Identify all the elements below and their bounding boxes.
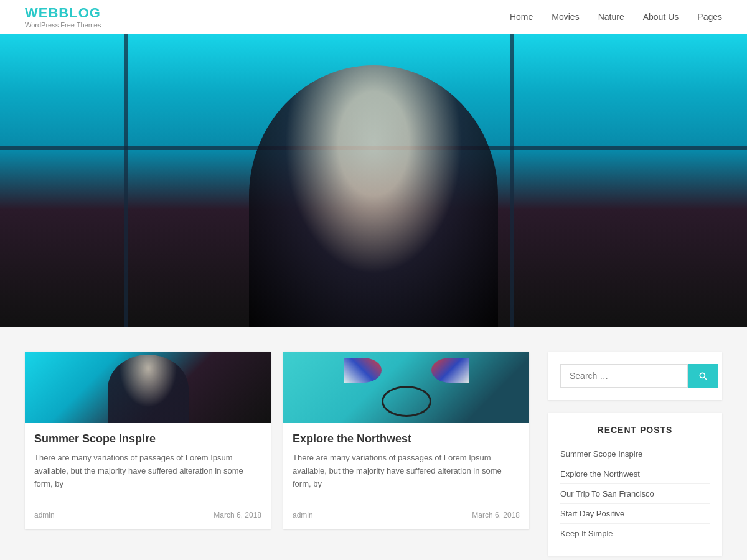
recent-post-link-0[interactable]: Summer Scope Inspire — [560, 449, 642, 459]
search-widget — [548, 352, 722, 400]
post-body-1: Explore the NorthwestThere are many vari… — [283, 423, 529, 529]
site-title[interactable]: WEBBLOG — [25, 5, 101, 21]
post-meta-0: adminMarch 6, 2018 — [34, 503, 261, 520]
recent-post-link-4[interactable]: Keep It Simple — [560, 529, 613, 538]
post-date-1: March 6, 2018 — [472, 511, 520, 520]
main-content: Summer Scope InspireThere are many varia… — [12, 352, 735, 560]
nav-item-movies[interactable]: Movies — [552, 12, 579, 22]
site-branding: WEBBLOG WordPress Free Themes — [25, 5, 101, 29]
site-tagline: WordPress Free Themes — [25, 21, 101, 29]
recent-post-item-2: Our Trip To San Francisco — [560, 484, 710, 504]
post-body-0: Summer Scope InspireThere are many varia… — [25, 423, 271, 529]
main-nav: HomeMoviesNatureAbout UsPages — [510, 12, 722, 22]
hero-section — [0, 34, 747, 327]
nav-item-about[interactable]: About Us — [643, 12, 679, 22]
post-author-1: admin — [293, 511, 313, 520]
recent-post-link-3[interactable]: Start Day Positive — [560, 509, 624, 518]
recent-posts-title: RECENT POSTS — [560, 425, 710, 435]
recent-posts-widget: RECENT POSTS Summer Scope InspireExplore… — [548, 413, 722, 556]
post-date-0: March 6, 2018 — [214, 511, 261, 520]
recent-posts-list: Summer Scope InspireExplore the Northwes… — [560, 444, 710, 543]
nav-item-nature[interactable]: Nature — [598, 12, 624, 22]
recent-post-link-2[interactable]: Our Trip To San Francisco — [560, 489, 654, 498]
search-icon — [698, 371, 708, 381]
post-excerpt-0: There are many variations of passages of… — [34, 452, 261, 490]
post-meta-1: adminMarch 6, 2018 — [293, 503, 520, 520]
post-author-0: admin — [34, 511, 55, 520]
recent-post-item-0: Summer Scope Inspire — [560, 444, 710, 464]
wing-right — [431, 358, 469, 383]
post-thumbnail-1 — [283, 352, 529, 423]
post-card-1: Explore the NorthwestThere are many vari… — [283, 352, 529, 529]
recent-post-link-1[interactable]: Explore the Northwest — [560, 469, 640, 478]
post-thumbnail-0 — [25, 352, 271, 423]
hero-image — [0, 34, 747, 327]
wing-left — [344, 358, 382, 383]
recent-post-item-1: Explore the Northwest — [560, 464, 710, 484]
post-card-0: Summer Scope InspireThere are many varia… — [25, 352, 271, 529]
thumb-image-2 — [283, 352, 529, 423]
bike-body — [382, 386, 431, 417]
thumb-image-1 — [25, 352, 271, 423]
post-title-1[interactable]: Explore the Northwest — [293, 432, 520, 446]
search-button[interactable] — [688, 364, 718, 388]
search-input[interactable] — [560, 364, 688, 388]
post-excerpt-1: There are many variations of passages of… — [293, 452, 520, 490]
posts-grid: Summer Scope InspireThere are many varia… — [25, 352, 529, 560]
post-title-0[interactable]: Summer Scope Inspire — [34, 432, 261, 446]
site-header: WEBBLOG WordPress Free Themes HomeMovies… — [0, 0, 747, 34]
nav-item-pages[interactable]: Pages — [697, 12, 722, 22]
recent-post-item-4: Keep It Simple — [560, 524, 710, 543]
nav-item-home[interactable]: Home — [510, 12, 533, 22]
recent-post-item-3: Start Day Positive — [560, 504, 710, 524]
sidebar: RECENT POSTS Summer Scope InspireExplore… — [548, 352, 722, 560]
